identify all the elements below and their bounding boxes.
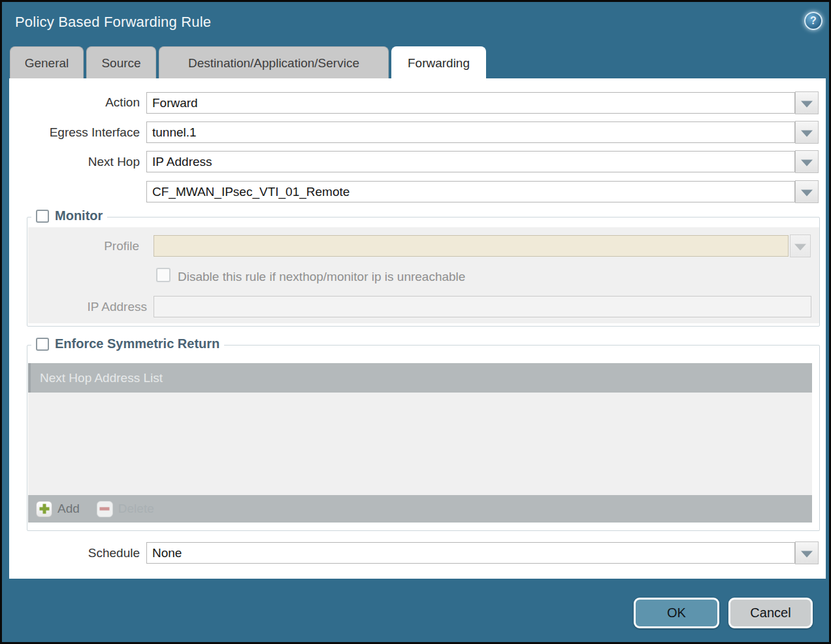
chevron-down-icon: [801, 189, 813, 196]
profile-input: [154, 235, 789, 257]
next-hop-type-dropdown-button[interactable]: [795, 150, 819, 173]
monitor-checkbox[interactable]: [36, 210, 49, 223]
minus-icon: [97, 501, 113, 517]
egress-interface-dropdown-button[interactable]: [795, 121, 819, 144]
symmetric-return-legend: Enforce Symmetric Return: [31, 336, 224, 351]
next-hop-address-list-footer: Add Delete: [28, 495, 812, 523]
next-hop-type-input[interactable]: [146, 151, 795, 172]
egress-interface-label: Egress Interface: [9, 125, 140, 140]
next-hop-address-input[interactable]: [146, 181, 795, 202]
next-hop-address-list-header: Next Hop Address List: [28, 363, 812, 393]
next-hop-address-table: Next Hop Address List Add Delete: [28, 363, 812, 523]
symmetric-return-checkbox[interactable]: [36, 338, 49, 351]
action-dropdown-button[interactable]: [795, 91, 819, 114]
symmetric-return-legend-label: Enforce Symmetric Return: [55, 336, 220, 351]
profile-label: Profile: [28, 239, 139, 253]
disable-rule-checkbox: [156, 268, 171, 282]
schedule-input[interactable]: [146, 542, 795, 564]
tab-forwarding[interactable]: Forwarding: [391, 46, 486, 79]
forwarding-tab-panel: Action Egress Interface Next Hop Monitor: [9, 78, 826, 579]
monitor-legend: Monitor: [31, 208, 107, 223]
pbf-rule-dialog: Policy Based Forwarding Rule ? General S…: [0, 0, 831, 644]
help-glyph: ?: [810, 15, 817, 26]
tab-general[interactable]: General: [10, 46, 84, 78]
delete-button: Delete: [97, 501, 154, 517]
dialog-title: Policy Based Forwarding Rule: [15, 14, 211, 31]
disable-rule-label: Disable this rule if nexthop/monitor ip …: [178, 270, 465, 284]
tab-source[interactable]: Source: [86, 46, 156, 78]
monitor-legend-label: Monitor: [55, 208, 103, 223]
chevron-down-icon: [801, 101, 813, 107]
delete-button-label: Delete: [118, 502, 154, 516]
action-label: Action: [9, 95, 140, 110]
cancel-button[interactable]: Cancel: [728, 598, 813, 628]
chevron-down-icon: [801, 551, 813, 557]
monitor-ip-address-label: IP Address: [28, 300, 147, 314]
plus-icon: [36, 501, 52, 517]
chevron-down-icon: [801, 130, 813, 137]
schedule-label: Schedule: [9, 546, 140, 560]
egress-interface-input[interactable]: [146, 121, 795, 143]
monitor-ip-address-input: [154, 296, 811, 317]
next-hop-label: Next Hop: [9, 155, 140, 169]
tab-bar: General Source Destination/Application/S…: [10, 46, 486, 78]
action-input[interactable]: [146, 92, 795, 114]
dialog-titlebar: Policy Based Forwarding Rule ?: [2, 2, 829, 44]
ok-button[interactable]: OK: [634, 598, 719, 628]
chevron-down-icon: [794, 244, 806, 250]
chevron-down-icon: [801, 159, 813, 166]
help-icon[interactable]: ?: [804, 12, 823, 30]
tab-destination-application-service[interactable]: Destination/Application/Service: [159, 46, 389, 78]
next-hop-address-list-body: [28, 393, 812, 495]
schedule-dropdown-button[interactable]: [795, 541, 819, 564]
next-hop-address-dropdown-button[interactable]: [795, 180, 819, 203]
profile-dropdown-button: [790, 234, 811, 257]
add-button: Add: [36, 501, 80, 517]
add-button-label: Add: [57, 502, 80, 516]
